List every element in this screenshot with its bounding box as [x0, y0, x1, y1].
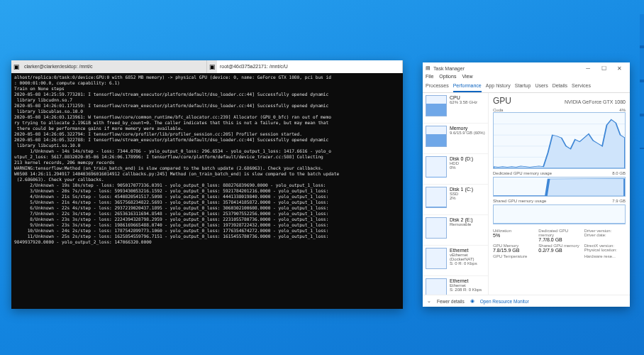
menu-file[interactable]: File [426, 74, 433, 82]
terminal-window: ▣ clarker@clarkerdesktop: /mnt/c ▣ root@… [11, 60, 403, 309]
menu-bar: FileOptionsView [423, 74, 630, 82]
menu-view[interactable]: View [462, 74, 472, 82]
sidebar-item-sub: Removable [450, 222, 485, 226]
mini-graph [426, 187, 447, 208]
terminal-tabbar: ▣ clarker@clarkerdesktop: /mnt/c ▣ root@… [11, 60, 403, 73]
gpumem-value: 7.8/15.9 GB [493, 248, 534, 253]
minimize-button[interactable]: ─ [580, 65, 596, 72]
hw-label: Hardware rese... [584, 254, 626, 258]
mini-graph [426, 248, 447, 269]
sidebar-item-label: Ethernet [450, 248, 485, 253]
shmem-chart-label: Shared GPU memory usage [493, 199, 546, 203]
sidebar-item-memory[interactable]: Memory9.6/15.9 GB (60%) [423, 124, 488, 154]
shmem-chart[interactable] [493, 204, 626, 224]
sidebar-item-sub: HDD0% [450, 161, 485, 170]
sidebar-item-ethernet[interactable]: EthernetEthernetS: 208 R: 0 Kbps [423, 276, 488, 295]
sidebar-item-label: Disk 1 (C:) [450, 187, 485, 192]
tab-services[interactable]: Services [572, 82, 591, 92]
mini-graph [426, 156, 447, 178]
dedmem-label: Dedicated GPU memory [538, 229, 579, 237]
shmem-value: 0.2/7.9 GB [538, 248, 579, 253]
sidebar-item-disk-2-e-[interactable]: Disk 2 (E:)Removable [423, 215, 488, 246]
maximize-button[interactable]: ☐ [596, 65, 611, 72]
sidebar-item-ethernet[interactable]: EthernetvEthernet (DockerNAT)S: 0 R: 0 K… [423, 246, 488, 276]
dedmem-chart[interactable] [493, 177, 626, 197]
terminal-tab-1[interactable]: clarker@clarkerdesktop: /mnt/c [21, 60, 207, 73]
gpu-stats: Utilization5% Dedicated GPU memory7.7/8.… [493, 229, 626, 258]
shmem-chart-right: 7.9 GB [612, 199, 626, 203]
mini-graph [426, 278, 447, 295]
tab-app-history[interactable]: App history [486, 82, 511, 92]
perf-sidebar: CPU62% 3.58 GHzMemory9.6/15.9 GB (60%)Di… [423, 93, 489, 295]
open-resource-monitor-link[interactable]: Open Resource Monitor [480, 299, 529, 304]
sidebar-item-disk-1-c-[interactable]: Disk 1 (C:)SSD2% [423, 185, 488, 215]
dedmem-value: 7.7/8.0 GB [538, 237, 579, 242]
dedmem-chart-right: 8.0 GB [612, 171, 626, 175]
close-button[interactable]: ✕ [611, 65, 627, 72]
tab-processes[interactable]: Processes [426, 82, 449, 92]
mini-graph [426, 126, 447, 147]
task-manager-window: ▤ Task Manager ─ ☐ ✕ FileOptionsView Pro… [423, 62, 630, 307]
sidebar-item-sub: 9.6/15.9 GB (60%) [450, 131, 485, 135]
mini-graph [426, 95, 447, 116]
gpu-heading: GPU [493, 96, 511, 106]
sidebar-item-disk-0-d-[interactable]: Disk 0 (D:)HDD0% [423, 154, 488, 185]
terminal-tab-2[interactable]: root@46d375a22171: /mnt/c/U [217, 60, 403, 73]
monitor-icon: ◉ [470, 298, 474, 304]
penguin-icon: ▣ [207, 60, 217, 73]
drvdate-label: Driver date: [584, 233, 626, 237]
tab-performance[interactable]: Performance [453, 82, 482, 92]
task-manager-icon: ▤ [426, 65, 431, 71]
sidebar-item-label: Ethernet [450, 278, 485, 283]
gpu-name: NVIDIA GeForce GTX 1080 [565, 99, 626, 104]
sidebar-item-cpu[interactable]: CPU62% 3.58 GHz [423, 93, 488, 124]
cuda-chart[interactable] [493, 112, 626, 169]
sidebar-item-label: Disk 2 (E:) [450, 217, 485, 222]
sidebar-item-label: CPU [450, 95, 485, 100]
tab-users[interactable]: Users [535, 82, 548, 92]
window-title: Task Manager [433, 66, 580, 71]
terminal-output[interactable]: alhost/replica:0/task:0/device:GPU:0 wit… [11, 73, 403, 312]
tab-startup[interactable]: Startup [515, 82, 531, 92]
penguin-icon: ▣ [11, 60, 21, 73]
sidebar-item-label: Memory [450, 126, 485, 131]
menu-options[interactable]: Options [439, 74, 456, 82]
sidebar-item-sub: SSD2% [450, 192, 485, 200]
chevron-down-icon[interactable]: ⌄ [427, 298, 431, 304]
tab-details[interactable]: Details [553, 82, 567, 92]
loc-label: Physical location: [584, 248, 626, 252]
util-value: 5% [493, 233, 534, 238]
fewer-details-link[interactable]: Fewer details [437, 299, 465, 304]
sidebar-item-sub: EthernetS: 208 R: 0 Kbps [450, 283, 485, 292]
gpu-pane: GPU NVIDIA GeForce GTX 1080 Cuda4% Dedic… [489, 93, 630, 295]
sidebar-item-label: Disk 0 (D:) [450, 156, 485, 161]
dedmem-chart-label: Dedicated GPU memory usage [493, 171, 552, 175]
sidebar-item-sub: vEthernet (DockerNAT)S: 0 R: 0 Kbps [450, 253, 485, 266]
tab-bar: ProcessesPerformanceApp historyStartupUs… [423, 82, 630, 93]
temp-label: GPU Temperature [493, 254, 534, 258]
sidebar-item-sub: 62% 3.58 GHz [450, 100, 485, 104]
mini-graph [426, 217, 447, 239]
